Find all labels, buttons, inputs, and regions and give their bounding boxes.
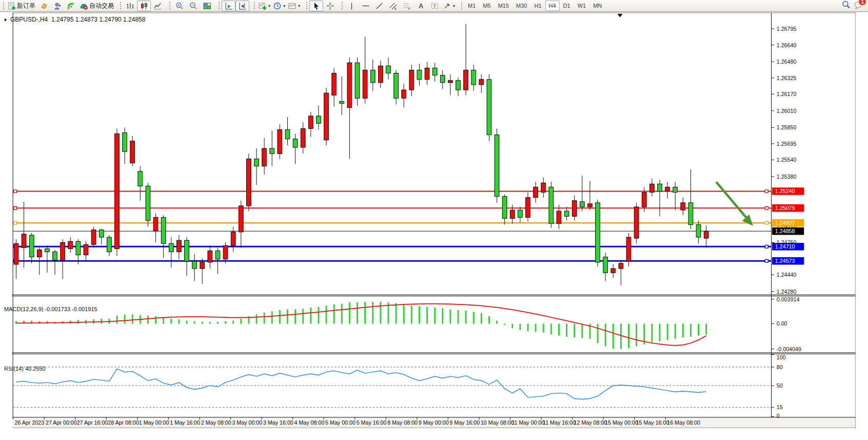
chart-window[interactable]: 1.267951.266401.264801.263251.261701.260… xyxy=(0,12,868,440)
hline-handle[interactable] xyxy=(14,221,17,224)
price-badge-1.25079: 1.25079 xyxy=(772,204,804,212)
trendline-button[interactable] xyxy=(372,1,386,11)
time-tick-label: 28 Apr 08:00 xyxy=(108,419,139,426)
time-tick-label: 3 May 16:00 xyxy=(263,419,293,426)
price-tick-label: 1.26640 xyxy=(777,42,797,48)
auto-scroll-button[interactable] xyxy=(222,1,235,11)
rsi-axis-label: 80 xyxy=(777,364,783,370)
strategy-tester-button[interactable] xyxy=(51,1,65,11)
svg-text:1.24710: 1.24710 xyxy=(775,243,795,250)
chevron-down-icon: ▾ xyxy=(453,4,455,8)
horizontal-line-button[interactable] xyxy=(359,1,372,11)
toolbar-grip xyxy=(3,2,5,10)
svg-text:T: T xyxy=(433,4,437,9)
timeframe-h1-button[interactable]: H1 xyxy=(530,1,545,11)
chart-title: ▼GBPUSD-,H4 1.24795 1.24873 1.24790 1.24… xyxy=(3,16,145,23)
timeframe-h4-button[interactable]: H4 xyxy=(545,1,560,11)
hline-handle[interactable] xyxy=(765,221,768,224)
time-tick-label: 11 May 00:00 xyxy=(511,419,544,426)
svg-text:1.24573: 1.24573 xyxy=(775,258,795,264)
zoom-in-button[interactable] xyxy=(172,1,186,11)
hline-handle[interactable] xyxy=(765,245,768,248)
price-tick-label: 1.26480 xyxy=(777,59,797,65)
signals-button[interactable] xyxy=(65,1,78,11)
tile-windows-button[interactable] xyxy=(200,1,214,11)
crosshair-button[interactable] xyxy=(323,1,337,11)
time-tick-label: 3 May 00:00 xyxy=(232,419,262,426)
zoom-out-button[interactable] xyxy=(186,1,200,11)
candles-icon xyxy=(140,2,148,10)
autotrading-icon xyxy=(80,2,88,10)
templates-button[interactable]: ▾ xyxy=(287,1,302,11)
price-tick-label: 1.25540 xyxy=(777,157,797,163)
line-chart-button[interactable] xyxy=(151,1,165,11)
time-tick-label: 27 Apr 16:00 xyxy=(77,419,108,426)
candlestick-chart-button[interactable] xyxy=(137,1,151,11)
hline-handle[interactable] xyxy=(765,259,768,262)
toolbar-separator xyxy=(249,1,252,10)
timeframe-mn-button[interactable]: MN xyxy=(589,1,605,11)
time-tick-label: 9 May 00:00 xyxy=(419,419,449,426)
search-button[interactable] xyxy=(842,1,850,11)
metaeditor-icon xyxy=(40,2,48,10)
hline-handle[interactable] xyxy=(765,190,768,193)
zoom-in-icon xyxy=(175,2,183,10)
tester-icon xyxy=(54,2,62,10)
collapse-triangle-icon[interactable]: ▼ xyxy=(3,17,8,23)
toolbar-separator xyxy=(214,1,217,10)
arrows-button[interactable]: ▾ xyxy=(442,1,457,11)
fibonacci-button[interactable]: F xyxy=(400,1,414,11)
main-toolbar: 新订单自动交易▾▾▾EFAT▾M1M5M15M30H1H4D1W1MN1 xyxy=(0,0,868,12)
hline-handle[interactable] xyxy=(14,206,17,209)
cursor-button[interactable] xyxy=(309,1,323,11)
svg-text:1.24937: 1.24937 xyxy=(775,220,795,226)
linechart-icon xyxy=(154,2,162,10)
crosshair-icon xyxy=(326,2,334,10)
metaeditor-button[interactable] xyxy=(37,1,51,11)
equidistant-channel-button[interactable]: E xyxy=(386,1,400,11)
toolbar-separator xyxy=(457,1,460,10)
time-tick-label: 9 May 16:00 xyxy=(449,419,480,426)
toolbar-grip xyxy=(461,2,463,10)
price-chart[interactable]: 1.267951.266401.264801.263251.261701.260… xyxy=(0,12,868,440)
svg-text:A: A xyxy=(419,2,424,10)
time-tick-label: 15 May 00:00 xyxy=(605,419,638,426)
barchart-icon xyxy=(126,2,134,10)
hline-handle[interactable] xyxy=(765,206,768,209)
new-order-button[interactable]: 新订单 xyxy=(6,1,37,11)
bar-chart-button[interactable] xyxy=(123,1,137,11)
signals-icon xyxy=(68,2,75,10)
toolbar-grip xyxy=(253,2,256,10)
notifications-button[interactable]: 1 xyxy=(854,1,863,11)
chevron-down-icon: ▾ xyxy=(298,4,300,8)
vertical-line-button[interactable] xyxy=(345,1,359,11)
periods-button[interactable]: ▾ xyxy=(272,1,287,11)
tile-icon xyxy=(203,2,211,10)
indicators-button[interactable]: ▾ xyxy=(257,1,272,11)
text-label-button[interactable]: T xyxy=(428,1,442,11)
rsi-axis-label: 100 xyxy=(777,354,786,360)
timeframe-m15-button[interactable]: M15 xyxy=(495,1,512,11)
timeframe-m30-button[interactable]: M30 xyxy=(512,1,530,11)
autotrading-label: 自动交易 xyxy=(89,2,114,10)
toolbar-separator xyxy=(302,1,305,10)
toolbar-separator xyxy=(337,1,340,10)
macd-axis-label: -0.004049 xyxy=(777,346,801,352)
rsi-indicator-label: RSI(14) 40.2550 xyxy=(4,366,46,372)
timeframe-d1-button[interactable]: D1 xyxy=(560,1,574,11)
time-tick-label: 8 May 08:00 xyxy=(387,419,418,426)
price-tick-label: 1.26170 xyxy=(777,91,797,97)
time-tick-label: 5 May 00:00 xyxy=(325,419,356,426)
vline-icon xyxy=(348,2,356,10)
time-tick-label: 1 May 00:00 xyxy=(139,419,169,426)
hline-handle[interactable] xyxy=(14,190,17,193)
text-button[interactable]: A xyxy=(414,1,428,11)
toolbar-grip xyxy=(169,2,171,10)
timeframe-w1-button[interactable]: W1 xyxy=(574,1,590,11)
label-icon: T xyxy=(431,2,439,10)
autotrading-button[interactable]: 自动交易 xyxy=(78,1,115,11)
chart-shift-button[interactable] xyxy=(235,1,249,11)
price-tick-label: 1.25380 xyxy=(777,174,797,180)
timeframe-m5-button[interactable]: M5 xyxy=(479,1,494,11)
timeframe-m1-button[interactable]: M1 xyxy=(464,1,479,11)
